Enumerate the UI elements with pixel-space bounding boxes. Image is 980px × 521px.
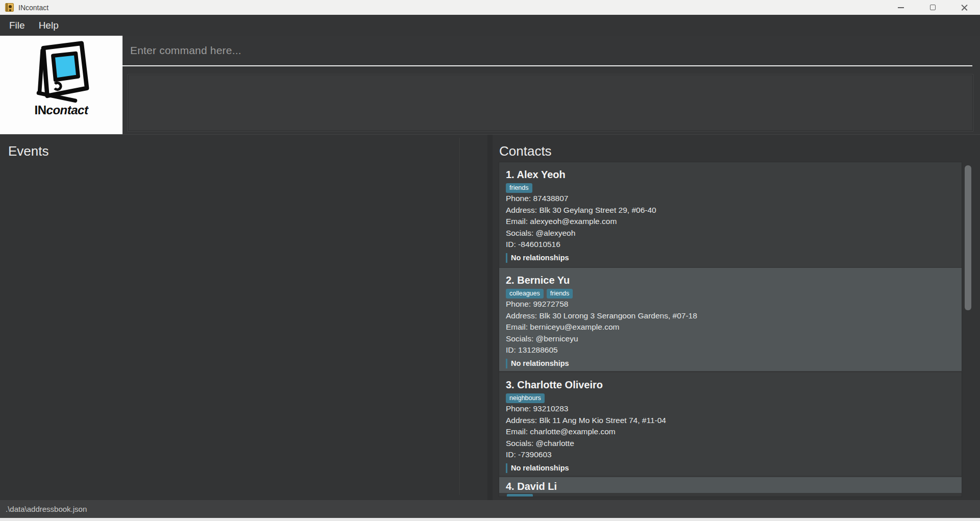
contact-email: Email: berniceyu@example.com — [506, 321, 955, 333]
contact-id: ID: 131288605 — [506, 344, 955, 356]
window-title: INcontact — [18, 4, 48, 12]
tag-badge: colleagues — [506, 289, 544, 299]
contact-name: 3. Charlotte Oliveiro — [506, 379, 955, 391]
contact-phone: Phone: 93210283 — [506, 403, 955, 415]
window-controls — [885, 0, 980, 15]
events-panel-title: Events — [8, 143, 49, 159]
maximize-button[interactable] — [917, 0, 948, 15]
maximize-icon — [930, 5, 936, 10]
tag-list: friends — [506, 183, 955, 193]
tag-list: neighbours — [506, 393, 955, 403]
tag-badge-clipped — [507, 494, 533, 497]
contact-card-2[interactable]: 2. Bernice Yu colleagues friends Phone: … — [499, 268, 962, 371]
contact-card-1[interactable]: 1. Alex Yeoh friends Phone: 87438807 Add… — [499, 162, 962, 267]
minimize-button[interactable] — [885, 0, 917, 15]
title-bar: INcontact — [0, 0, 980, 15]
tag-badge: friends — [506, 183, 532, 193]
contact-card-3[interactable]: 3. Charlotte Oliveiro neighbours Phone: … — [499, 373, 962, 476]
phone-logo-icon — [25, 40, 97, 104]
close-button[interactable] — [948, 0, 980, 15]
app-window: INcontact File Help INcontact — [0, 0, 980, 521]
window-bottom-edge — [0, 518, 980, 521]
contact-socials: Socials: @charlotte — [506, 438, 955, 450]
contact-address: Address: Blk 30 Lorong 3 Serangoon Garde… — [506, 310, 955, 322]
tag-list: colleagues friends — [506, 289, 955, 299]
contact-address: Address: Blk 11 Ang Mo Kio Street 74, #1… — [506, 415, 955, 427]
status-bar: .\data\addressbook.json — [0, 500, 980, 518]
contact-id: ID: -846010516 — [506, 239, 955, 251]
menu-file[interactable]: File — [9, 20, 25, 31]
contact-socials: Socials: @berniceyu — [506, 333, 955, 345]
contact-relationships: No relationships — [506, 359, 955, 368]
contact-phone: Phone: 87438807 — [506, 193, 955, 205]
app-logo: INcontact — [0, 36, 122, 134]
contact-card-4[interactable]: 4. David Li — [499, 477, 962, 497]
command-input[interactable] — [122, 36, 972, 65]
events-list — [4, 138, 460, 495]
events-panel: Events — [0, 135, 487, 501]
contact-name: 2. Bernice Yu — [506, 274, 955, 286]
app-icon — [5, 3, 14, 12]
contact-name: 4. David Li — [506, 480, 962, 492]
contact-id: ID: -7390603 — [506, 449, 955, 461]
contact-name: 1. Alex Yeoh — [506, 168, 955, 181]
contact-list: 1. Alex Yeoh friends Phone: 87438807 Add… — [499, 162, 962, 497]
contacts-scrollbar-thumb[interactable] — [965, 165, 971, 310]
split-divider[interactable] — [487, 135, 493, 500]
contact-address: Address: Blk 30 Geylang Street 29, #06-4… — [506, 205, 955, 216]
menu-bar: File Help — [0, 15, 980, 36]
contact-email: Email: alexyeoh@example.com — [506, 216, 955, 228]
tag-badge: friends — [547, 289, 573, 299]
contacts-panel: Contacts 1. Alex Yeoh friends Phone: 874… — [493, 135, 980, 501]
minimize-icon — [898, 7, 904, 8]
command-box — [122, 36, 972, 66]
contact-relationships: No relationships — [506, 463, 955, 473]
result-display — [128, 75, 973, 131]
contact-relationships: No relationships — [506, 253, 955, 263]
status-file-path: .\data\addressbook.json — [0, 500, 980, 518]
top-section: INcontact — [0, 36, 980, 134]
contact-socials: Socials: @alexyeoh — [506, 228, 955, 239]
close-icon — [961, 4, 968, 11]
main-split-area: Events Contacts 1. Alex Yeoh friends Pho… — [0, 134, 980, 500]
menu-help[interactable]: Help — [39, 20, 59, 31]
tag-badge: neighbours — [506, 393, 545, 403]
logo-wordmark: INcontact — [35, 103, 88, 117]
contact-email: Email: charlotte@example.com — [506, 426, 955, 438]
contacts-panel-title: Contacts — [499, 143, 552, 159]
contact-phone: Phone: 99272758 — [506, 299, 955, 310]
